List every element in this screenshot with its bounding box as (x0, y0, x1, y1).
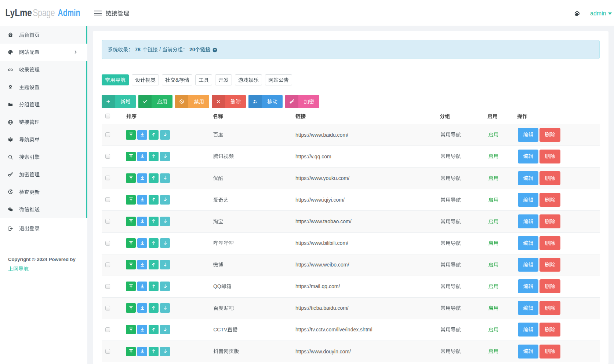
svg-text:LyLme: LyLme (6, 7, 32, 18)
svg-text:/: / (158, 47, 162, 52)
svg-text:&: & (175, 77, 179, 82)
svg-text:?: ? (214, 48, 216, 52)
svg-text:QQ: QQ (213, 284, 221, 289)
svg-text:78: 78 (135, 47, 141, 52)
svg-text:20: 20 (189, 47, 195, 52)
svg-text:Admin: Admin (58, 7, 80, 18)
svg-text:Spage: Spage (33, 7, 55, 18)
svg-text:CCTV: CCTV (213, 327, 228, 332)
